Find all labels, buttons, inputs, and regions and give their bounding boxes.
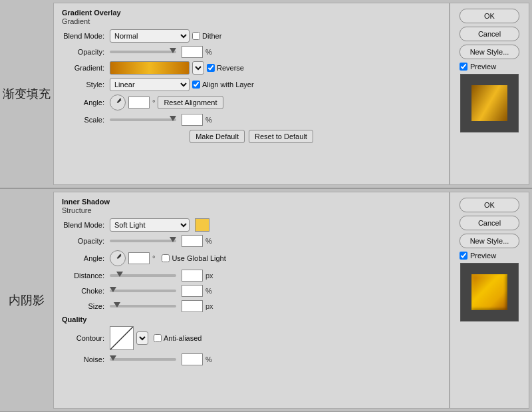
inner-shadow-label: 内阴影 <box>0 189 53 411</box>
blend-mode-select[interactable]: Normal Multiply Screen Overlay Soft Ligh… <box>110 29 190 43</box>
is-angle-content: 120 ° Use Global Light <box>110 250 441 266</box>
is-choke-thumb[interactable] <box>110 287 116 292</box>
angle-unit: ° <box>152 99 155 106</box>
angle-content: 120 ° Reset Alignment <box>110 95 441 110</box>
is-distance-label: Distance: <box>62 272 110 280</box>
is-opacity-slider[interactable] <box>110 240 176 242</box>
reset-alignment-button[interactable]: Reset Alignment <box>158 96 223 109</box>
gradient-preview-rect <box>471 85 507 121</box>
align-layer-checkbox[interactable] <box>192 81 200 89</box>
gradient-right-panel: OK Cancel New Style... Preview <box>450 3 529 185</box>
gradient-content: Reverse <box>110 61 441 75</box>
quality-title: Quality <box>62 315 441 323</box>
is-blend-mode-select[interactable]: Soft Light Normal Multiply Screen Overla… <box>110 218 190 232</box>
contour-dropdown[interactable] <box>136 331 148 345</box>
is-preview-label: Preview <box>470 252 496 260</box>
is-angle-dial-svg <box>112 253 123 264</box>
dither-checkbox[interactable] <box>192 32 200 40</box>
opacity-slider-thumb[interactable] <box>170 48 176 53</box>
gradient-overlay-title: Gradient Overlay <box>62 9 441 17</box>
gradient-preview-checkbox[interactable] <box>460 63 467 71</box>
style-select[interactable]: Linear Radial Angle Reflected Diamond <box>110 78 190 91</box>
is-distance-row: Distance: 13 px <box>62 270 441 282</box>
inner-shadow-right-panel: OK Cancel New Style... Preview <box>450 192 529 409</box>
is-cancel-button[interactable]: Cancel <box>460 216 519 230</box>
is-size-row: Size: 8 px <box>62 300 441 312</box>
gradient-preview-label: Preview <box>470 63 496 71</box>
gradient-preview[interactable] <box>110 61 190 75</box>
gradient-new-style-button[interactable]: New Style... <box>460 45 519 59</box>
is-noise-unit: % <box>205 355 212 363</box>
is-color-swatch[interactable] <box>195 218 209 232</box>
angle-dial[interactable] <box>110 95 126 110</box>
is-distance-thumb[interactable] <box>116 272 123 277</box>
use-global-light-label: Use Global Light <box>172 254 225 262</box>
is-new-style-button[interactable]: New Style... <box>460 234 519 248</box>
is-opacity-thumb[interactable] <box>170 237 176 242</box>
is-preview-checkbox[interactable] <box>460 252 467 260</box>
is-opacity-input[interactable]: 100 <box>182 235 203 247</box>
is-noise-thumb[interactable] <box>110 355 116 361</box>
scale-row: Scale: 100 % <box>62 114 441 126</box>
is-choke-input[interactable]: 0 <box>182 285 203 297</box>
is-opacity-content: 100 % <box>110 235 441 247</box>
is-choke-slider[interactable] <box>110 290 176 292</box>
scale-label: Scale: <box>62 116 110 124</box>
is-distance-slider[interactable] <box>110 274 176 277</box>
is-choke-label: Choke: <box>62 287 110 295</box>
is-angle-input[interactable]: 120 <box>128 252 150 264</box>
is-preview-rect <box>471 274 507 310</box>
bottom-buttons-row: Make Default Reset to Default <box>62 130 441 143</box>
scale-slider-thumb[interactable] <box>170 116 176 121</box>
is-noise-input[interactable]: 0 <box>182 353 203 365</box>
opacity-row: Opacity: 100 % <box>62 46 441 58</box>
is-preview-row: Preview <box>460 252 519 260</box>
angle-label: Angle: <box>62 99 110 106</box>
blend-mode-content: Normal Multiply Screen Overlay Soft Ligh… <box>110 29 441 43</box>
is-angle-dial[interactable] <box>110 250 126 266</box>
gradient-cancel-button[interactable]: Cancel <box>460 27 519 41</box>
inner-shadow-title: Inner Shadow <box>62 198 441 206</box>
is-opacity-row: Opacity: 100 % <box>62 235 441 247</box>
is-contour-row: Contour: Anti-aliased <box>62 326 441 350</box>
reset-to-default-button[interactable]: Reset to Default <box>249 130 313 143</box>
is-ok-button[interactable]: OK <box>460 198 519 212</box>
scale-unit: % <box>205 116 212 124</box>
gradient-label: Gradient: <box>62 64 110 72</box>
is-size-slider[interactable] <box>110 305 176 308</box>
contour-preview[interactable] <box>110 326 134 350</box>
anti-alias-row: Anti-aliased <box>154 334 201 342</box>
opacity-label: Opacity: <box>62 48 110 56</box>
blend-mode-label: Blend Mode: <box>62 32 110 40</box>
opacity-content: 100 % <box>110 46 441 58</box>
style-content: Linear Radial Angle Reflected Diamond Al… <box>110 78 441 91</box>
anti-alias-checkbox[interactable] <box>154 334 162 342</box>
is-choke-content: 0 % <box>110 285 441 297</box>
is-angle-label: Angle: <box>62 254 110 262</box>
scale-slider-track[interactable] <box>110 118 176 121</box>
inner-shadow-panel: Inner Shadow Structure Blend Mode: Soft … <box>53 192 450 409</box>
scale-input[interactable]: 100 <box>182 114 203 126</box>
angle-row: Angle: 120 ° Reset Alignment <box>62 95 441 110</box>
reverse-row: Reverse <box>207 64 244 72</box>
anti-alias-label: Anti-aliased <box>164 334 201 342</box>
is-distance-input[interactable]: 13 <box>182 270 203 282</box>
is-size-thumb[interactable] <box>114 302 120 308</box>
opacity-slider-track[interactable] <box>110 51 176 53</box>
gradient-dropdown[interactable] <box>192 61 204 75</box>
gradient-preview-row: Preview <box>460 63 519 71</box>
opacity-input[interactable]: 100 <box>182 46 203 58</box>
use-global-light-row: Use Global Light <box>162 254 225 262</box>
is-size-input[interactable]: 8 <box>182 300 203 312</box>
is-contour-label: Contour: <box>62 334 110 342</box>
is-noise-slider[interactable] <box>110 358 176 361</box>
reverse-checkbox[interactable] <box>207 64 215 72</box>
angle-input[interactable]: 120 <box>128 97 150 108</box>
use-global-light-checkbox[interactable] <box>162 254 170 262</box>
dither-row: Dither <box>192 32 221 40</box>
svg-line-1 <box>118 256 121 258</box>
dither-label: Dither <box>202 32 221 40</box>
make-default-button[interactable]: Make Default <box>190 130 245 143</box>
is-opacity-unit: % <box>205 237 212 245</box>
gradient-ok-button[interactable]: OK <box>460 9 519 23</box>
